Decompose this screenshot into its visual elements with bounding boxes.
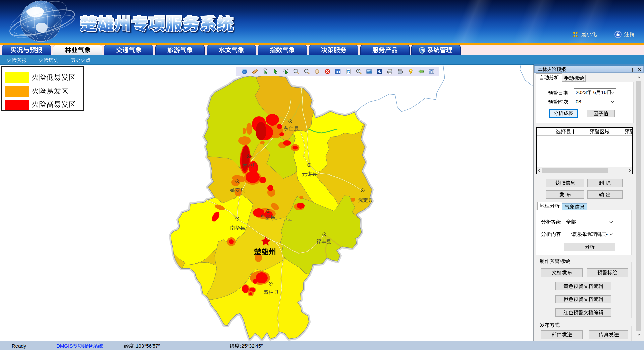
svg-text:?: ? [358,70,359,73]
